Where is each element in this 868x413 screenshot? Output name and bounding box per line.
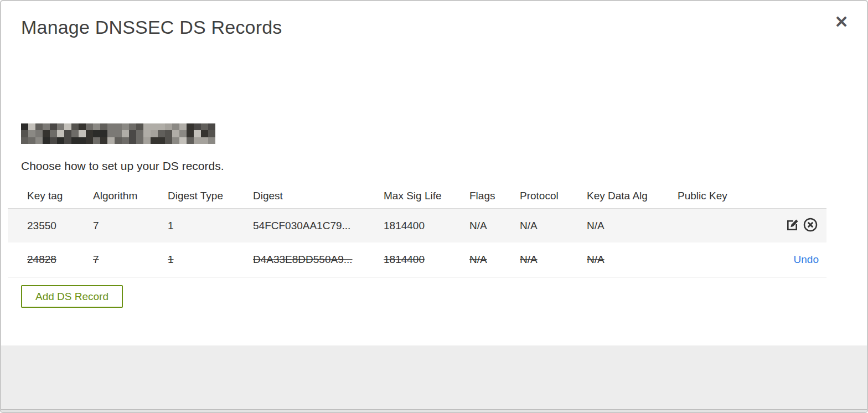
digest-value: 54FCF030AA1C79... [253, 220, 384, 232]
column-header-public-key: Public Key [678, 190, 755, 202]
key-tag-value: 24828 [27, 254, 93, 266]
key-data-alg-value: N/A [587, 254, 678, 266]
dnssec-modal: Manage DNSSEC DS Records ✕ Choose how to… [0, 0, 868, 413]
undo-delete-link[interactable]: Undo [794, 254, 819, 266]
modal-footer: Save Cancel [1, 345, 868, 409]
column-header-protocol: Protocol [520, 190, 587, 202]
key-data-alg-value: N/A [587, 220, 678, 232]
table-row: 23550 7 1 54FCF030AA1C79... 1814400 N/A … [8, 208, 826, 242]
algorithm-value: 7 [93, 254, 168, 266]
redacted-domain-name [21, 123, 215, 144]
edit-record-button[interactable] [784, 218, 801, 234]
digest-type-value: 1 [168, 220, 253, 232]
close-icon[interactable]: ✕ [830, 11, 852, 33]
column-header-algorithm: Algorithm [93, 190, 168, 202]
subtitle-text: Choose how to set up your DS records. [21, 159, 224, 173]
key-tag-value: 23550 [27, 220, 93, 232]
column-header-key-data-alg: Key Data Alg [587, 190, 678, 202]
page-title: Manage DNSSEC DS Records [21, 17, 282, 38]
column-header-digest: Digest [253, 190, 384, 202]
max-sig-life-value: 1814400 [384, 220, 469, 232]
column-header-flags: Flags [469, 190, 520, 202]
delete-circle-x-icon [803, 218, 818, 234]
table-header-row: Key tag Algorithm Digest Type Digest Max… [8, 184, 826, 208]
add-ds-record-button[interactable]: Add DS Record [21, 285, 123, 308]
column-header-key-tag: Key tag [27, 190, 93, 202]
protocol-value: N/A [520, 254, 587, 266]
max-sig-life-value: 1814400 [384, 254, 469, 266]
table-row-deleted: 24828 7 1 D4A33E8DD550A9... 1814400 N/A … [8, 242, 826, 277]
digest-type-value: 1 [168, 254, 253, 266]
protocol-value: N/A [520, 220, 587, 232]
flags-value: N/A [469, 254, 520, 266]
algorithm-value: 7 [93, 220, 168, 232]
delete-record-button[interactable] [802, 218, 819, 234]
digest-value: D4A33E8DD550A9... [253, 254, 384, 266]
modal-bottom-edge [1, 409, 868, 413]
edit-icon [786, 218, 800, 234]
ds-records-table: Key tag Algorithm Digest Type Digest Max… [8, 184, 826, 277]
column-header-max-sig-life: Max Sig Life [384, 190, 469, 202]
column-header-digest-type: Digest Type [168, 190, 253, 202]
flags-value: N/A [469, 220, 520, 232]
